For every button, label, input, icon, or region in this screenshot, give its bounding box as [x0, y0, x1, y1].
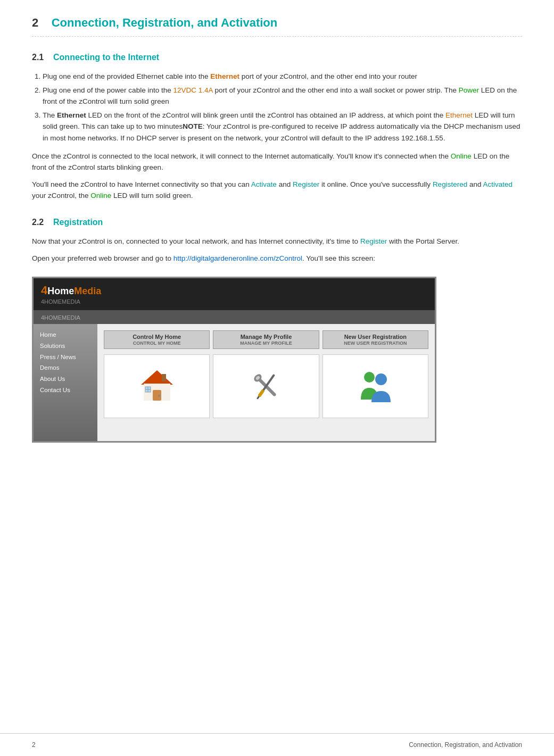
- para-online: Once the zControl is connected to the lo…: [32, 151, 522, 173]
- nav-btn-register-sub: NEW USER REGISTRATION: [327, 340, 424, 346]
- screenshot-main: Control My Home CONTROL MY HOME Manage M…: [97, 324, 435, 441]
- icon-cards-row: [104, 354, 428, 418]
- icon-card-home[interactable]: [104, 354, 210, 418]
- step-2: Plug one end of the power cable into the…: [43, 85, 522, 107]
- chapter-number: 2: [32, 16, 38, 29]
- logo-media: Media: [74, 286, 101, 296]
- sidebar-item-home[interactable]: Home: [40, 329, 91, 340]
- section-22-number: 2.2: [32, 218, 44, 227]
- screenshot-box: 4HomeMedia 4HOMEMEDIA 4HOMEMEDIA Home So…: [32, 277, 436, 443]
- step-1: Plug one end of the provided Ethernet ca…: [43, 71, 522, 82]
- logo-4: 4: [41, 284, 47, 297]
- para-register: You'll need the zControl to have Interne…: [32, 179, 522, 202]
- nav-btn-control[interactable]: Control My Home CONTROL MY HOME: [104, 330, 210, 349]
- svg-rect-12: [258, 389, 264, 397]
- icon-card-tools[interactable]: [213, 354, 319, 418]
- sidebar-item-solutions[interactable]: Solutions: [40, 340, 91, 352]
- section-21-number: 2.1: [32, 53, 44, 62]
- screenshot-subheader: 4HOMEMEDIA: [34, 310, 435, 324]
- steps-list: Plug one end of the provided Ethernet ca…: [43, 71, 522, 144]
- sidebar-item-contact[interactable]: Contact Us: [40, 385, 91, 396]
- nav-btn-register[interactable]: New User Registration NEW USER REGISTRAT…: [323, 330, 428, 349]
- logo-sub: 4HOMEMEDIA: [41, 298, 101, 305]
- step-3: The Ethernet LED on the front of the zCo…: [43, 110, 522, 144]
- svg-point-14: [364, 372, 375, 383]
- nav-btn-control-label: Control My Home: [109, 334, 205, 340]
- sidebar-item-press[interactable]: Press / News: [40, 352, 91, 363]
- icon-card-users[interactable]: [323, 354, 428, 418]
- para-22-2: Open your preferred web browser and go t…: [32, 253, 522, 264]
- svg-rect-1: [162, 374, 166, 381]
- nav-btn-profile-label: Manage My Profile: [218, 334, 314, 340]
- svg-point-15: [375, 373, 387, 385]
- screenshot-body: Home Solutions Press / News Demos About …: [34, 324, 435, 441]
- nav-btn-control-sub: CONTROL MY HOME: [109, 340, 205, 346]
- subheader-text: 4HOMEMEDIA: [41, 314, 80, 321]
- chapter-header: 2 Connection, Registration, and Activati…: [32, 16, 522, 37]
- svg-point-4: [158, 395, 160, 397]
- users-icon: [354, 365, 396, 408]
- sidebar-item-about[interactable]: About Us: [40, 373, 91, 385]
- house-icon: [136, 365, 178, 408]
- nav-btn-profile[interactable]: Manage My Profile MANAGE MY PROFILE: [213, 330, 319, 349]
- footer-page-num: 2: [32, 741, 36, 749]
- tools-icon: [245, 365, 287, 408]
- logo-area: 4HomeMedia 4HOMEMEDIA: [41, 284, 101, 305]
- section-21-header: 2.1 Connecting to the Internet: [32, 53, 522, 62]
- section-22-title: Registration: [53, 218, 103, 227]
- svg-marker-0: [141, 370, 173, 385]
- screenshot-header: 4HomeMedia 4HOMEMEDIA: [34, 278, 435, 310]
- logo-home: Home: [47, 286, 74, 296]
- section-22-header: 2.2 Registration: [32, 218, 522, 227]
- sidebar-item-demos[interactable]: Demos: [40, 362, 91, 373]
- nav-buttons-row: Control My Home CONTROL MY HOME Manage M…: [104, 330, 428, 349]
- nav-btn-profile-sub: MANAGE MY PROFILE: [218, 340, 314, 346]
- footer-bar: 2 Connection, Registration, and Activati…: [0, 733, 554, 756]
- chapter-title: Connection, Registration, and Activation: [52, 16, 278, 29]
- screenshot-sidebar: Home Solutions Press / News Demos About …: [34, 324, 97, 441]
- section-21-title: Connecting to the Internet: [53, 53, 159, 62]
- nav-btn-register-label: New User Registration: [327, 334, 424, 340]
- footer-chapter-title: Connection, Registration, and Activation: [409, 741, 522, 749]
- para-22-1: Now that your zControl is on, connected …: [32, 236, 522, 247]
